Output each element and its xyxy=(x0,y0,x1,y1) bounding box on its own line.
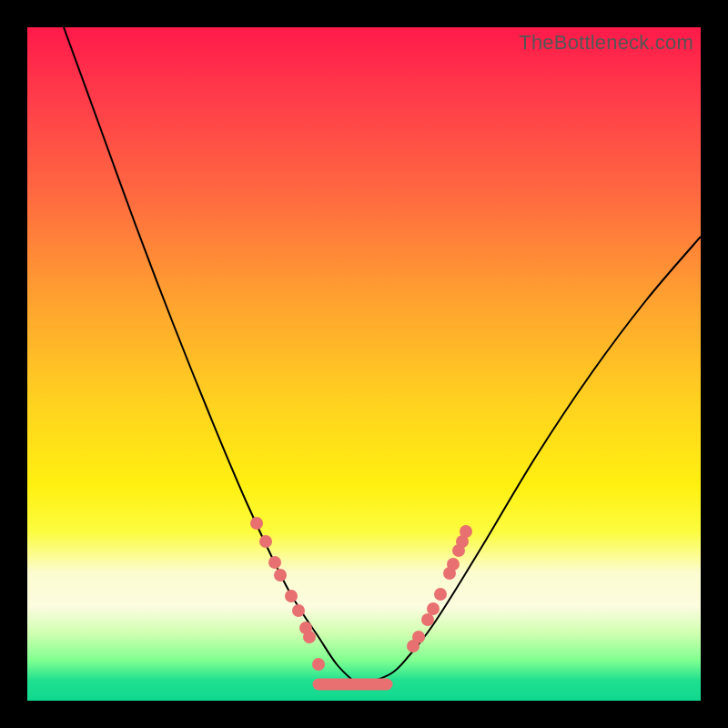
marker-dot xyxy=(447,558,460,571)
marker-dot xyxy=(412,631,425,643)
marker-dot xyxy=(434,588,447,601)
marker-dot xyxy=(303,631,316,643)
right-curve xyxy=(364,237,701,684)
marker-dot xyxy=(292,604,305,617)
chart-svg xyxy=(27,27,701,701)
marker-dot xyxy=(285,590,298,602)
plot-area: TheBottleneck.com xyxy=(27,27,701,701)
left-curve xyxy=(64,27,355,682)
marker-dot xyxy=(268,556,281,569)
marker-dot xyxy=(421,613,434,626)
marker-dot xyxy=(250,517,263,530)
chart-frame: TheBottleneck.com xyxy=(0,0,728,728)
marker-dot xyxy=(460,525,472,538)
right-marker-group xyxy=(407,525,472,652)
marker-dot xyxy=(427,602,440,615)
marker-dot xyxy=(274,569,287,581)
marker-dot xyxy=(259,535,272,548)
marker-dot xyxy=(312,658,325,671)
left-marker-group xyxy=(250,517,325,671)
